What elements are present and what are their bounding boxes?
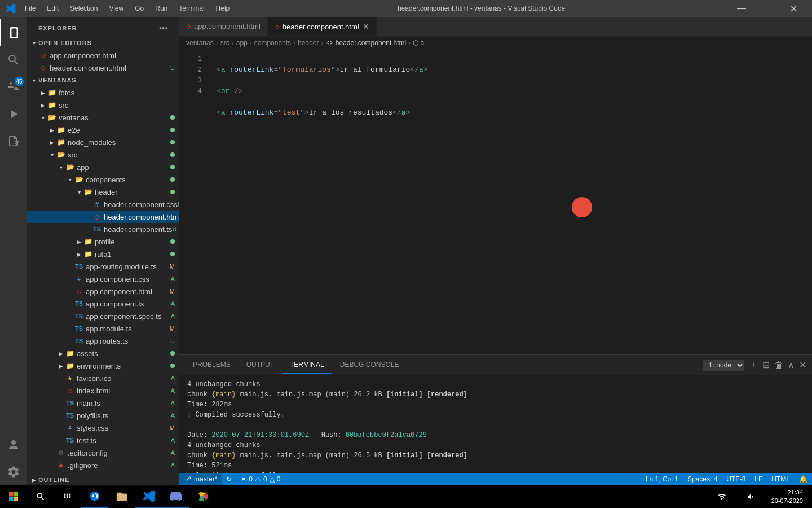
tab-header-component[interactable]: ◇ header.component.html ✕ (268, 17, 377, 36)
tree-test-ts[interactable]: ▶ TS test.ts A (27, 434, 179, 446)
explorer-tree[interactable]: ▾ OPEN EDITORS ◇ app.component.html ◇ he… (27, 37, 179, 485)
activity-run[interactable] (0, 100, 27, 128)
taskbar-volume[interactable] (738, 485, 765, 508)
close-button[interactable]: ✕ (780, 0, 806, 17)
activity-settings[interactable] (0, 458, 27, 485)
panel-chevron-up-icon[interactable]: ∧ (788, 360, 795, 370)
activity-extensions[interactable] (0, 128, 27, 155)
tree-app-routes[interactable]: ▶ TS app.routes.ts U (27, 335, 179, 347)
status-notifications[interactable]: 🔔 (795, 473, 812, 485)
tree-polyfills[interactable]: ▶ TS polyfills.ts A (27, 409, 179, 422)
start-button[interactable] (0, 485, 27, 508)
activity-source-control[interactable]: 45 (0, 73, 27, 100)
tree-src-root[interactable]: ▶ 📁 src (27, 99, 179, 111)
taskbar-search[interactable] (27, 485, 54, 508)
tree-editorconfig[interactable]: ▶ ⚙ .editorconfig A (27, 446, 179, 459)
status-sync[interactable]: ↻ (222, 473, 236, 485)
tree-favicon[interactable]: ▶ ★ favicon.ico A (27, 372, 179, 384)
maximize-button[interactable]: □ (754, 0, 780, 17)
taskbar-explorer[interactable] (108, 485, 135, 508)
window-controls[interactable]: — □ ✕ (729, 0, 806, 17)
panel-delete-icon[interactable]: 🗑 (774, 360, 783, 370)
taskbar-chrome[interactable] (189, 485, 217, 508)
activity-account[interactable] (0, 431, 27, 458)
panel-add-icon[interactable]: ＋ (749, 359, 758, 371)
tab-terminal[interactable]: TERMINAL (282, 356, 332, 374)
tree-app[interactable]: ▾ 📂 app (27, 161, 179, 173)
tree-environments[interactable]: ▶ 📁 environments (27, 360, 179, 372)
menu-edit[interactable]: Edit (42, 3, 63, 14)
tree-src-ventanas[interactable]: ▾ 📂 src (27, 148, 179, 161)
status-language[interactable]: HTML (767, 473, 795, 485)
terminal-content[interactable]: 4 unchanged chunks chunk {main} main.js,… (179, 375, 812, 473)
tree-main-ts[interactable]: ▶ TS main.ts A (27, 397, 179, 409)
tree-header[interactable]: ▾ 📂 header (27, 186, 179, 198)
taskbar-vscode[interactable] (135, 485, 162, 508)
tree-gitignore[interactable]: ▶ ◈ .gitignore A (27, 459, 179, 471)
tab-close-icon[interactable]: ✕ (363, 22, 369, 31)
status-spaces[interactable]: Spaces: 4 (683, 473, 722, 485)
taskbar-task-view[interactable] (54, 485, 81, 508)
tree-ventanas-folder[interactable]: ▾ 📂 ventanas (27, 111, 179, 124)
section-outline[interactable]: ▶ OUTLINE (27, 474, 179, 485)
section-open-editors[interactable]: ▾ OPEN EDITORS (27, 37, 179, 49)
tree-styles-css[interactable]: ▶ # styles.css M (27, 422, 179, 434)
tree-assets[interactable]: ▶ 📁 assets (27, 347, 179, 360)
breadcrumb-header[interactable]: header (298, 39, 319, 47)
code-content[interactable]: <a routerLink="formularios">Ir al formul… (208, 49, 800, 354)
menu-file[interactable]: File (20, 3, 40, 14)
tab-app-component[interactable]: ◇ app.component.html (179, 17, 268, 36)
more-actions-icon[interactable]: ⋯ (158, 23, 168, 33)
panel-split-icon[interactable]: ⊟ (762, 360, 770, 370)
minimize-button[interactable]: — (729, 0, 754, 17)
breadcrumb-app[interactable]: app (236, 39, 248, 47)
tree-fotos[interactable]: ▶ 📁 fotos (27, 86, 179, 99)
tree-app-css[interactable]: ▶ # app.component.css A (27, 273, 179, 285)
status-line-ending[interactable]: LF (750, 473, 767, 485)
breadcrumb-ventanas[interactable]: ventanas (186, 39, 214, 47)
open-editor-app-component[interactable]: ◇ app.component.html (27, 49, 179, 62)
breadcrumb-file[interactable]: <> header.component.html (325, 39, 406, 47)
code-editor[interactable]: 1 2 3 4 <a routerLink="formularios">Ir a… (179, 49, 812, 354)
taskbar-edge[interactable] (81, 485, 108, 508)
tree-app-routing[interactable]: ▶ TS app-routing.module.ts M (27, 260, 179, 273)
tree-header-css[interactable]: ▶ # header.component.css U (27, 198, 179, 211)
sidebar-header-actions[interactable]: ⋯ (158, 23, 168, 33)
taskbar-network[interactable] (708, 485, 735, 508)
status-branch[interactable]: ⎇ master* (179, 473, 222, 485)
status-position[interactable]: Ln 1, Col 1 (641, 473, 683, 485)
breadcrumb-components[interactable]: components (254, 39, 291, 47)
menu-terminal[interactable]: Terminal (174, 3, 209, 14)
tree-app-spec[interactable]: ▶ TS app.component.spec.ts A (27, 310, 179, 322)
tree-app-module[interactable]: ▶ TS app.module.ts M (27, 322, 179, 335)
tree-profile[interactable]: ▶ 📁 profile (27, 235, 179, 248)
tree-app-ts[interactable]: ▶ TS app.component.ts A (27, 297, 179, 310)
tree-node-modules[interactable]: ▶ 📁 node_modules (27, 136, 179, 148)
tree-header-html[interactable]: ▶ ◇ header.component.html U (27, 211, 179, 223)
section-ventanas[interactable]: ▾ VENTANAS (27, 74, 179, 86)
terminal-select[interactable]: 1: node (703, 360, 744, 371)
menu-view[interactable]: View (104, 3, 128, 14)
tree-index-html[interactable]: ▶ ◇ index.html A (27, 384, 179, 397)
tab-output[interactable]: OUTPUT (239, 356, 282, 374)
activity-explorer[interactable] (0, 19, 27, 46)
tree-app-html[interactable]: ▶ ◇ app.component.html M (27, 285, 179, 297)
taskbar-clock[interactable]: 21:34 20-07-2020 (767, 488, 807, 506)
menu-help[interactable]: Help (211, 3, 235, 14)
breadcrumb-src[interactable]: src (220, 39, 230, 47)
menu-selection[interactable]: Selection (65, 3, 102, 14)
tab-problems[interactable]: PROBLEMS (185, 356, 239, 374)
menu-run[interactable]: Run (151, 3, 172, 14)
menu-bar[interactable]: File Edit Selection View Go Run Terminal… (20, 3, 234, 14)
tree-e2e[interactable]: ▶ 📁 e2e (27, 124, 179, 136)
open-editor-header-component[interactable]: ◇ header.component.html U (27, 62, 179, 74)
activity-search[interactable] (0, 46, 27, 73)
breadcrumb-symbol[interactable]: ⬡ a (413, 39, 424, 47)
panel-close-icon[interactable]: ✕ (799, 360, 806, 370)
tree-header-ts[interactable]: ▶ TS header.component.ts U (27, 223, 179, 235)
tree-components[interactable]: ▾ 📂 components (27, 173, 179, 186)
tab-debug-console[interactable]: DEBUG CONSOLE (332, 356, 407, 374)
status-encoding[interactable]: UTF-8 (722, 473, 750, 485)
status-errors[interactable]: ✕ 0 ⚠ 0 △ 0 (236, 473, 285, 485)
menu-go[interactable]: Go (130, 3, 148, 14)
